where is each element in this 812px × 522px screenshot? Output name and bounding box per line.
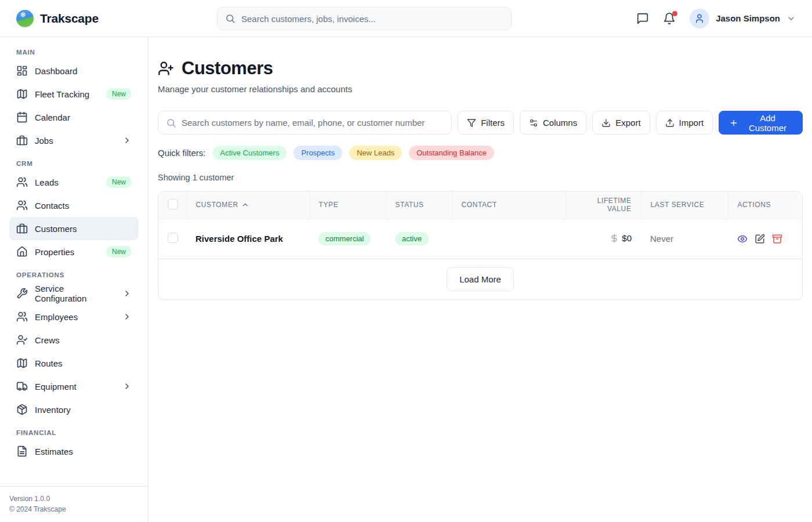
sidebar-item-routes[interactable]: Routes xyxy=(9,351,139,375)
sidebar-section-main: Main Dashboard Fleet Tracking New Calend… xyxy=(9,46,139,152)
sidebar-item-label: Inventory xyxy=(35,405,71,415)
sidebar-nav: Main Dashboard Fleet Tracking New Calend… xyxy=(0,37,148,486)
section-label: Operations xyxy=(9,269,139,282)
page-title: Customers xyxy=(182,58,273,79)
eye-icon xyxy=(737,234,748,244)
add-customer-button[interactable]: Add Customer xyxy=(719,111,803,135)
new-badge: New xyxy=(106,88,132,100)
sidebar-item-label: Leads xyxy=(35,177,59,187)
sidebar-item-label: Equipment xyxy=(35,382,77,392)
sidebar-item-service-configuration[interactable]: Service Configuration xyxy=(9,282,139,305)
status-badge: active xyxy=(395,232,429,245)
search-icon xyxy=(166,118,176,128)
chevron-right-icon xyxy=(122,136,132,145)
package-icon xyxy=(16,404,28,415)
column-header-lifetime-value: Lifetime Value xyxy=(566,191,641,219)
load-more-button[interactable]: Load More xyxy=(447,267,514,291)
lifetime-value: $0 xyxy=(622,233,632,243)
sidebar-item-inventory[interactable]: Inventory xyxy=(9,398,139,421)
sidebar-item-label: Fleet Tracking xyxy=(35,89,89,99)
sidebar-item-label: Dashboard xyxy=(35,66,77,76)
user-icon xyxy=(694,13,705,24)
new-badge: New xyxy=(106,246,132,258)
user-plus-icon xyxy=(158,60,174,77)
export-button[interactable]: Export xyxy=(592,111,650,135)
filter-icon xyxy=(467,118,476,128)
sidebar-item-jobs[interactable]: Jobs xyxy=(9,129,139,152)
columns-button[interactable]: Columns xyxy=(520,111,586,135)
sidebar-item-label: Properties xyxy=(35,247,74,257)
user-menu[interactable]: Jason Simpson xyxy=(690,9,796,28)
select-row-checkbox[interactable] xyxy=(168,233,178,243)
sidebar-item-contacts[interactable]: Contacts xyxy=(9,194,139,217)
section-label: Main xyxy=(9,46,139,59)
quick-filter-new-leads[interactable]: New Leads xyxy=(349,146,402,160)
user-name: Jason Simpson xyxy=(716,13,780,23)
sidebar-item-equipment[interactable]: Equipment xyxy=(9,375,139,398)
briefcase-icon xyxy=(16,223,28,234)
global-search-input[interactable] xyxy=(241,14,503,24)
edit-customer-button[interactable] xyxy=(755,234,765,244)
chevron-right-icon xyxy=(122,312,132,321)
select-all-checkbox[interactable] xyxy=(168,199,178,209)
notifications-button[interactable] xyxy=(663,12,676,25)
view-customer-button[interactable] xyxy=(737,234,748,244)
customer-search-input[interactable] xyxy=(182,118,444,128)
trakscape-logo-icon xyxy=(16,10,34,27)
filters-button[interactable]: Filters xyxy=(458,111,514,135)
column-header-customer: Customer xyxy=(196,201,238,209)
archive-customer-button[interactable] xyxy=(772,234,782,244)
sidebar-item-calendar[interactable]: Calendar xyxy=(9,106,139,129)
sidebar: Main Dashboard Fleet Tracking New Calend… xyxy=(0,37,148,522)
row-actions xyxy=(737,234,794,244)
message-icon xyxy=(636,12,649,25)
copyright: © 2024 Trakscape xyxy=(9,505,139,514)
table-footer: Load More xyxy=(158,259,802,299)
dollar-sign-icon xyxy=(610,234,619,243)
section-label: Financial xyxy=(9,427,139,440)
customer-search[interactable] xyxy=(158,111,452,135)
column-header-contact: Contact xyxy=(452,191,566,219)
column-header-status: Status xyxy=(386,191,452,219)
column-header-type: Type xyxy=(309,191,386,219)
customers-table: Customer Type Status Contact Lifetime Va… xyxy=(158,191,803,259)
sidebar-item-crews[interactable]: Crews xyxy=(9,328,139,351)
dashboard-icon xyxy=(16,65,28,77)
global-search[interactable] xyxy=(217,7,512,30)
quick-filter-outstanding-balance[interactable]: Outstanding Balance xyxy=(409,146,494,160)
customer-name[interactable]: Riverside Office Park xyxy=(195,234,283,244)
edit-icon xyxy=(755,234,765,244)
sidebar-footer: Version 1.0.0 © 2024 Trakscape xyxy=(0,486,148,522)
sidebar-item-employees[interactable]: Employees xyxy=(9,305,139,328)
import-button[interactable]: Import xyxy=(656,111,713,135)
sidebar-item-label: Routes xyxy=(35,358,63,368)
sidebar-item-customers[interactable]: Customers xyxy=(9,217,139,240)
page-subtitle: Manage your customer relationships and a… xyxy=(158,84,803,94)
sidebar-item-estimates[interactable]: Estimates xyxy=(9,440,139,463)
brand[interactable]: Trakscape xyxy=(16,10,99,27)
lifetime-value-cell: $0 xyxy=(610,233,632,243)
sidebar-item-dashboard[interactable]: Dashboard xyxy=(9,59,139,82)
user-check-icon xyxy=(16,334,28,346)
sidebar-item-properties[interactable]: Properties New xyxy=(9,240,139,263)
add-customer-button-label: Add Customer xyxy=(743,113,792,133)
calendar-icon xyxy=(16,111,28,123)
sort-by-customer[interactable]: Customer xyxy=(196,201,249,209)
sidebar-section-operations: Operations Service Configuration Employe… xyxy=(9,269,139,421)
sidebar-item-leads[interactable]: Leads New xyxy=(9,171,139,194)
sidebar-item-label: Customers xyxy=(35,224,77,234)
chevron-down-icon xyxy=(786,14,796,23)
app-version: Version 1.0.0 xyxy=(9,494,139,504)
users-icon xyxy=(16,311,28,322)
column-header-last-service: Last Service xyxy=(641,191,728,219)
map-icon xyxy=(16,357,28,369)
quick-filter-prospects[interactable]: Prospects xyxy=(293,146,342,160)
last-service-cell: Never xyxy=(641,219,728,259)
sidebar-item-fleet-tracking[interactable]: Fleet Tracking New xyxy=(9,82,139,106)
chevron-right-icon xyxy=(122,382,132,391)
quick-filters-label: Quick filters: xyxy=(158,148,206,158)
main-content: Customers Manage your customer relations… xyxy=(148,37,812,300)
quick-filter-active-customers[interactable]: Active Customers xyxy=(213,146,287,160)
messages-button[interactable] xyxy=(636,12,649,25)
columns-button-label: Columns xyxy=(543,118,577,128)
